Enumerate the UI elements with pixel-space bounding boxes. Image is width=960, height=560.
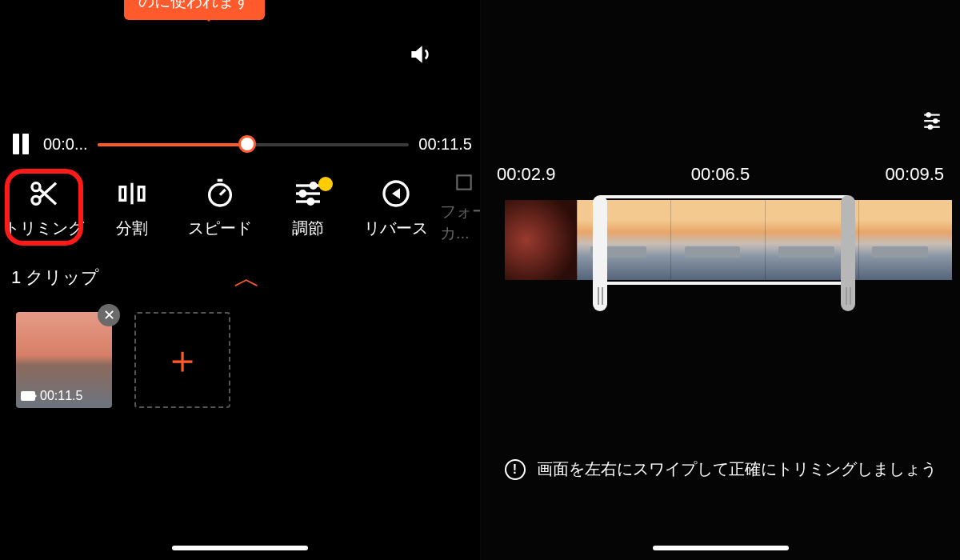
trim-hint: ! 画面を左右にスワイプして正確にトリミングしましょう <box>481 458 960 480</box>
trim-time-end: 00:09.5 <box>886 164 944 185</box>
tool-trim[interactable]: トリミング <box>0 172 88 244</box>
premium-badge-icon <box>318 177 333 191</box>
home-indicator <box>172 546 308 550</box>
video-icon <box>21 391 35 401</box>
trim-time-start: 00:02.9 <box>497 164 555 185</box>
time-current: 00:0... <box>43 135 88 154</box>
tool-adjust-label: 調節 <box>292 218 324 239</box>
svg-point-19 <box>929 126 932 129</box>
svg-rect-3 <box>138 186 144 200</box>
trim-handle-right[interactable] <box>841 195 855 311</box>
sliders-icon <box>922 109 942 130</box>
scissors-icon <box>28 178 60 210</box>
mute-toggle[interactable] <box>404 38 436 70</box>
clip-count-label: 1 クリップ <box>11 266 99 290</box>
trim-hint-text: 画面を左右にスワイプして正確にトリミングしましょう <box>537 458 937 480</box>
reverse-icon <box>380 178 412 210</box>
svg-rect-13 <box>457 175 470 189</box>
tool-trim-label: トリミング <box>4 218 84 239</box>
pause-button[interactable] <box>8 131 34 157</box>
svg-rect-2 <box>120 186 126 200</box>
stopwatch-icon <box>204 178 236 210</box>
remove-clip-button[interactable]: ✕ <box>98 304 120 326</box>
trim-handle-left[interactable] <box>593 195 607 311</box>
info-icon: ! <box>505 459 526 480</box>
svg-point-15 <box>927 113 930 116</box>
split-icon <box>116 178 148 210</box>
home-indicator <box>653 546 789 550</box>
focus-icon <box>448 172 480 193</box>
tool-reverse-label: リバース <box>364 218 428 239</box>
filmstrip-lead <box>505 200 577 280</box>
clip-tray: ✕ 00:11.5 ＋ <box>16 312 230 408</box>
clip-header: 1 クリップ ︿ <box>11 264 469 291</box>
add-clip-button[interactable]: ＋ <box>134 312 230 408</box>
svg-point-9 <box>300 190 306 196</box>
onboarding-tooltip: のに使われます <box>124 0 265 20</box>
trim-time-mid: 00:06.5 <box>691 164 750 185</box>
trim-settings-button[interactable] <box>918 106 946 133</box>
collapse-clips-button[interactable]: ︿ <box>234 264 261 291</box>
svg-point-17 <box>934 119 937 122</box>
editor-pane: のに使われます 00:0... 00:11.5 トリミング <box>0 0 480 560</box>
svg-point-11 <box>308 198 314 204</box>
tool-reverse[interactable]: リバース <box>352 172 440 244</box>
trim-selection <box>600 195 848 285</box>
tool-row: トリミング 分割 スピード 調節 <box>0 168 480 248</box>
tool-split[interactable]: 分割 <box>88 172 176 244</box>
trim-pane: 00:02.9 00:06.5 00:09.5 ! 画面を左右にスワイプして正確… <box>480 0 960 560</box>
playback-bar: 00:0... 00:11.5 <box>8 128 472 160</box>
svg-point-7 <box>310 182 316 188</box>
trim-time-marks: 00:02.9 00:06.5 00:09.5 <box>497 164 944 185</box>
seek-slider[interactable] <box>98 142 410 146</box>
tool-speed-label: スピード <box>188 218 252 239</box>
tool-split-label: 分割 <box>116 218 148 239</box>
time-total: 00:11.5 <box>418 135 472 154</box>
clip-duration: 00:11.5 <box>21 389 82 403</box>
tool-adjust[interactable]: 調節 <box>264 172 352 244</box>
tool-speed[interactable]: スピード <box>176 172 264 244</box>
filmstrip-frame <box>858 200 952 280</box>
clip-thumbnail[interactable]: ✕ 00:11.5 <box>16 312 112 408</box>
